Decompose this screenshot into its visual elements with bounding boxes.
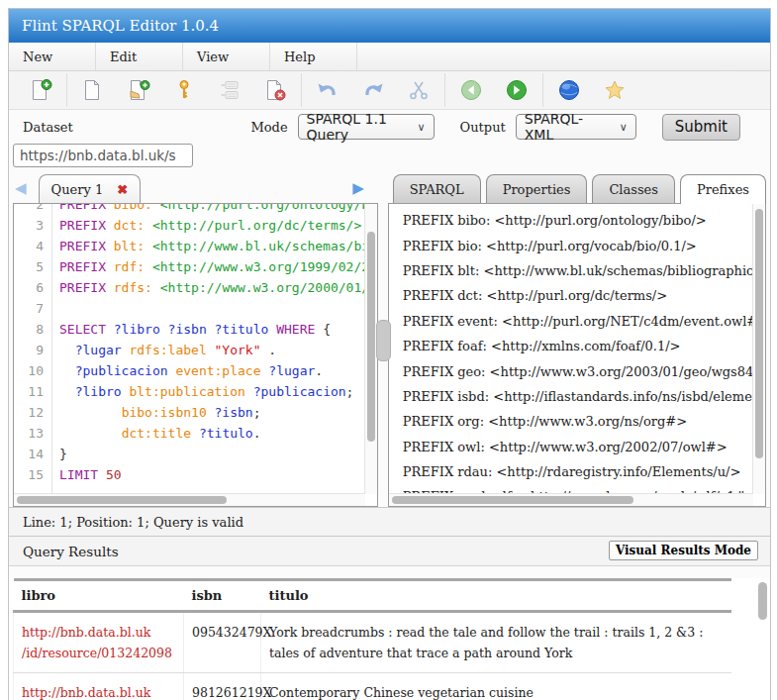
table-row: http://bnb.data.bl.uk/id/resource/013527… <box>14 673 732 700</box>
prefix-list-item[interactable]: PREFIX blt: <http://www.bl.uk/schemas/bi… <box>403 258 752 283</box>
open-document-icon[interactable] <box>116 74 161 106</box>
query-tab-label: Query 1 <box>51 182 104 197</box>
mode-select[interactable]: SPARQL 1.1 Query ∨ <box>298 114 435 140</box>
sparql-code-editor[interactable]: 2PREFIX bibo: <http://purl.org/ontology/… <box>13 203 378 507</box>
delete-document-icon[interactable] <box>252 74 298 106</box>
app-title: Flint SPARQL Editor 1.0.4 <box>22 17 219 35</box>
toolbar-group <box>15 73 67 107</box>
prefix-list-item[interactable]: PREFIX org: <http://www.w3.org/ns/org#> <box>403 409 752 434</box>
scrollbar-thumb[interactable] <box>392 496 633 504</box>
close-tab-icon[interactable]: ✖ <box>117 182 128 197</box>
table-row: http://bnb.data.bl.uk/id/resource/013242… <box>14 612 732 673</box>
code-line: 14} <box>14 444 365 464</box>
undo-icon[interactable] <box>305 74 350 106</box>
query-results-area: libroisbntitulo http://bnb.data.bl.uk/id… <box>9 578 770 700</box>
results-scrollbar-thumb[interactable] <box>758 582 767 620</box>
column-header-libro: libro <box>14 580 184 612</box>
mode-select-value: SPARQL 1.1 Query <box>307 111 410 143</box>
line-number: 10 <box>14 360 51 381</box>
output-label: Output <box>460 120 506 135</box>
code-line: 6PREFIX rdfs: <http://www.w3.org/2000/01… <box>14 277 365 298</box>
new-query-icon[interactable] <box>18 74 63 106</box>
prefix-list: PREFIX bibo: <http://purl.org/ontology/b… <box>389 208 752 507</box>
line-number: 13 <box>14 423 51 444</box>
line-number: 11 <box>14 381 51 402</box>
editor-vertical-scrollbar[interactable] <box>364 204 377 494</box>
line-number: 5 <box>14 256 51 277</box>
prefixes-panel: PREFIX bibo: <http://purl.org/ontology/b… <box>388 203 766 507</box>
tab-properties[interactable]: Properties <box>486 174 588 203</box>
tabs-scroll-right-icon[interactable]: ▶ <box>352 174 364 202</box>
query-results-title: Query Results <box>23 544 119 559</box>
cell-libro: http://bnb.data.bl.uk/id/resource/013527… <box>14 673 184 700</box>
menu-bar: NewEditViewHelp <box>9 43 770 71</box>
prefix-list-item[interactable]: PREFIX foaf: <http://xmlns.com/foaf/0.1/… <box>403 334 752 358</box>
visual-results-mode-button[interactable]: Visual Results Mode <box>609 541 758 560</box>
tab-classes[interactable]: Classes <box>592 174 675 203</box>
menu-item-edit[interactable]: Edit <box>96 43 183 70</box>
code-line: 3PREFIX dct: <http://purl.org/dc/terms/> <box>14 215 365 236</box>
tab-prefixes[interactable]: Prefixes <box>680 174 766 204</box>
toolbar-group <box>543 73 640 107</box>
scrollbar-thumb[interactable] <box>17 496 227 504</box>
mode-label: Mode <box>250 120 287 135</box>
menu-item-help[interactable]: Help <box>270 43 357 70</box>
globe-icon[interactable] <box>546 74 592 106</box>
tab-query-1[interactable]: Query 1 ✖ <box>39 174 142 203</box>
status-bar: Line: 1; Position: 1; Query is valid <box>9 507 770 537</box>
dataset-label: Dataset <box>23 120 73 135</box>
star-icon[interactable] <box>592 74 637 106</box>
scrollbar-thumb[interactable] <box>367 232 375 442</box>
prefix-list-item[interactable]: PREFIX dct: <http://purl.org/dc/terms/> <box>403 283 752 308</box>
prefix-list-item[interactable]: PREFIX owl: <http://www.w3.org/2002/07/o… <box>403 435 752 459</box>
chevron-down-icon: ∨ <box>620 121 628 134</box>
toolbar-group <box>302 73 445 107</box>
line-number: 7 <box>14 298 51 319</box>
prefix-list-item[interactable]: PREFIX bibo: <http://purl.org/ontology/b… <box>403 208 752 233</box>
line-number: 8 <box>14 319 51 340</box>
panel-splitter-handle[interactable] <box>376 320 391 361</box>
cell-libro: http://bnb.data.bl.uk/id/resource/013242… <box>14 612 184 673</box>
redo-icon[interactable] <box>350 74 396 106</box>
properties-icon[interactable] <box>207 74 252 106</box>
title-bar: Flint SPARQL Editor 1.0.4 <box>9 9 770 43</box>
query-results-header: Query Results Visual Results Mode <box>9 537 770 566</box>
cell-titulo: Contemporary Chinese vegetarian cuisine <box>261 673 732 700</box>
menu-item-new[interactable]: New <box>9 43 96 70</box>
menu-item-view[interactable]: View <box>183 43 270 70</box>
prefix-list-item[interactable]: PREFIX rdau: <http://rdaregistry.info/El… <box>403 459 752 484</box>
back-icon[interactable] <box>448 74 494 106</box>
prefix-list-item[interactable]: PREFIX isbd: <http://iflastandards.info/… <box>403 384 752 409</box>
resource-link[interactable]: http://bnb.data.bl.uk <box>22 682 175 700</box>
line-number: 4 <box>14 236 51 256</box>
submit-button[interactable]: Submit <box>662 114 740 141</box>
results-table: libroisbntitulo http://bnb.data.bl.uk/id… <box>13 578 731 700</box>
editor-horizontal-scrollbar[interactable] <box>14 493 365 506</box>
prefix-list-item[interactable]: PREFIX event: <http://purl.org/NET/c4dm/… <box>403 309 752 334</box>
tab-sparql[interactable]: SPARQL <box>393 174 481 203</box>
scrollbar-thumb[interactable] <box>755 209 763 458</box>
query-tabstrip: ◀ Query 1 ✖ ▶ <box>13 173 378 203</box>
query-editor-pane: ◀ Query 1 ✖ ▶ 2PREFIX bibo: <http://purl… <box>13 173 378 507</box>
cut-icon[interactable] <box>396 74 441 106</box>
new-document-icon[interactable] <box>70 74 116 106</box>
toolbar-group <box>67 73 302 107</box>
reference-tabstrip: SPARQLPropertiesClassesPrefixes <box>388 173 766 203</box>
panel-horizontal-scrollbar[interactable] <box>389 493 753 506</box>
line-number: 15 <box>14 464 51 485</box>
panel-vertical-scrollbar[interactable] <box>752 204 765 494</box>
tabs-scroll-left-icon[interactable]: ◀ <box>15 174 27 202</box>
status-text: Line: 1; Position: 1; Query is valid <box>23 515 243 530</box>
key-icon[interactable] <box>161 74 207 106</box>
code-line: 2PREFIX bibo: <http://purl.org/ontology/… <box>14 203 365 215</box>
forward-icon[interactable] <box>494 74 539 106</box>
resource-link[interactable]: http://bnb.data.bl.uk <box>22 622 175 643</box>
endpoint-url-input[interactable] <box>13 144 193 167</box>
prefix-list-item[interactable]: PREFIX geo: <http://www.w3.org/2003/01/g… <box>403 358 752 383</box>
line-number: 6 <box>14 277 51 298</box>
resource-link[interactable]: /id/resource/013242098 <box>22 643 175 663</box>
line-number: 2 <box>14 203 51 215</box>
code-line: 5PREFIX rdf: <http://www.w3.org/1999/02/… <box>14 256 365 277</box>
output-select[interactable]: SPARQL-XML ∨ <box>516 114 636 140</box>
prefix-list-item[interactable]: PREFIX bio: <http://purl.org/vocab/bio/0… <box>403 233 752 257</box>
